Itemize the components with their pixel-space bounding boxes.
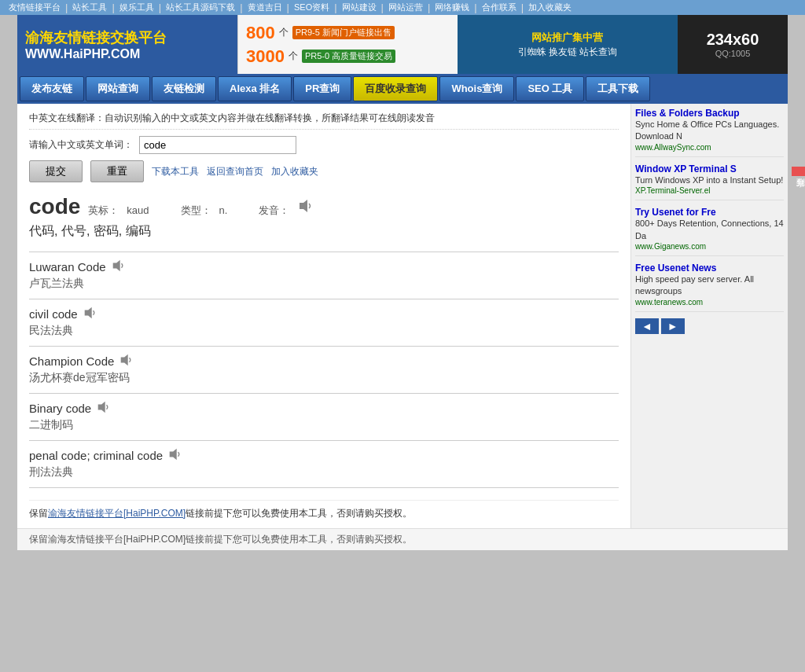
download-tool-link[interactable]: 下载本工具 [152,165,199,178]
button-row: 提交 重置 下载本工具 返回查询首页 加入收藏夹 [29,160,619,182]
sound-icon[interactable] [297,198,313,214]
stat1-num: 800 [246,23,275,43]
top-nav-link[interactable]: SEO资料 [292,2,332,13]
header-logo: 渝海友情链接交换平台 WWW.HaiPHP.COM [17,15,237,74]
header-ad: 234x60 QQ:1005 [678,15,788,74]
main-toolbar: 发布友链 网站查询 友链检测 Alexa 排名 PR查询 百度收录查询 Whoi… [17,74,788,104]
stat1-unit: 个 [279,26,289,39]
stat-row-2: 3000 个 PR5-0 高质量链接交易 [246,46,450,67]
top-nav-link[interactable]: 黄道吉日 [245,2,285,13]
toolbar-btn-7[interactable]: SEO 工具 [516,76,584,101]
top-nav-link[interactable]: 加入收藏夹 [526,2,574,13]
phrase-zh-text: 二进制码 [29,418,619,432]
result-header: code 英标： kaud 类型： n. 发音： [29,194,619,219]
phrases-container: Luwaran Code卢瓦兰法典civil code民法法典Champion … [29,259,619,488]
toolbar-btn-8[interactable]: 工具下载 [586,76,650,101]
ad-desc: Sync Home & Office PCs Languages. Downlo… [635,119,784,143]
return-home-link[interactable]: 返回查询首页 [207,165,263,178]
toolbar-btn-2[interactable]: 友链检测 [152,76,216,101]
phrase-sound-icon[interactable] [167,447,182,464]
reset-button[interactable]: 重置 [90,160,144,182]
share-button[interactable]: 分享到 [792,167,805,176]
ad-desc: 800+ Days Retention, Connections, 14 Da [635,218,784,242]
footer-link[interactable]: 渝海友情链接平台[HaiPHP.COM] [48,508,186,519]
promo-sub1: 引蜘蛛 换友链 站长查询 [518,45,618,59]
sidebar: Files & Folders BackupSync Home & Office… [630,104,788,528]
toolbar-btn-1[interactable]: 网站查询 [86,76,150,101]
top-nav-link[interactable]: 站长工具 [70,2,109,13]
svg-marker-0 [300,200,307,212]
phrase-sound-icon[interactable] [83,306,97,322]
search-input[interactable] [139,136,296,154]
phrase-zh-text: 民法法典 [29,324,619,338]
top-nav-link[interactable]: 网站建设 [340,2,379,13]
footer-note: 保留渝海友情链接平台[HaiPHP.COM]链接前提下您可以免费使用本工具，否则… [29,500,619,520]
submit-button[interactable]: 提交 [29,160,83,182]
svg-marker-1 [112,260,119,271]
phrase-entry: Binary code二进制码 [29,400,619,432]
sidebar-ad: Window XP Terminal STurn Windows XP into… [635,163,784,200]
ad-desc: High speed pay serv server. All newsgrou… [635,274,784,298]
phrase-en-text: Champion Code [29,354,114,368]
ad-url: www.AllwaySync.com [635,143,784,152]
phrase-en: Champion Code [29,353,619,369]
input-row: 请输入中文或英文单词： [29,136,619,154]
add-favorite-link[interactable]: 加入收藏夹 [271,165,318,178]
phrase-zh-text: 刑法法典 [29,465,619,479]
toolbar-btn-0[interactable]: 发布友链 [20,76,84,101]
footer-bottom: 保留渝海友情链接平台[HaiPHP.COM]链接前提下您可以免费使用本工具，否则… [17,528,788,550]
phrase-entry: Luwaran Code卢瓦兰法典 [29,259,619,291]
phrase-en: Luwaran Code [29,259,619,275]
phrase-sound-icon[interactable] [96,400,110,417]
phrase-en-text: Binary code [29,402,91,415]
top-nav-link[interactable]: 合作联系 [480,2,519,13]
ad-title[interactable]: Free Usenet News [635,263,784,274]
phonetic-label: 英标： [88,204,119,218]
header-stats: 800 个 PR9-5 新闻门户链接出售 3000 个 PR5-0 高质量链接交… [237,15,458,74]
toolbar-btn-3[interactable]: Alexa 排名 [218,76,292,101]
phonetic-value: kaud [127,204,149,216]
svg-marker-5 [170,449,177,460]
translation-desc: 中英文在线翻译：自动识别输入的中文或英文内容并做在线翻译转换，所翻译结果可在线朗… [29,112,619,130]
ad-desc: Turn Windows XP into a Instant Setup! [635,174,784,186]
phrase-entry: civil code民法法典 [29,306,619,338]
top-nav-link[interactable]: 网络赚钱 [432,2,472,13]
phrase-entry: penal code; criminal code刑法法典 [29,447,619,479]
phrase-en-text: Luwaran Code [29,260,106,274]
site-url: WWW.HaiPHP.COM [25,47,230,61]
toolbar-btn-6[interactable]: Whois查询 [439,76,514,101]
input-label: 请输入中文或英文单词： [29,138,133,152]
top-nav-link[interactable]: 站长工具源码下载 [164,2,237,13]
phrase-sound-icon[interactable] [111,259,125,275]
site-title: 渝海友情链接交换平台 [25,28,230,47]
top-nav-link[interactable]: 娱乐工具 [117,2,156,13]
stat2-badge: PR5-0 高质量链接交易 [302,50,395,63]
stat2-unit: 个 [289,50,298,63]
ad-title[interactable]: Try Usenet for Fre [635,207,784,218]
phrase-en-text: penal code; criminal code [29,449,163,462]
top-nav-link[interactable]: 友情链接平台 [6,2,63,13]
top-nav-link[interactable]: 网站运营 [386,2,425,13]
phrase-en: civil code [29,306,619,322]
svg-marker-4 [98,402,105,413]
ad-title[interactable]: Window XP Terminal S [635,163,784,174]
sound-label: 发音： [259,204,289,218]
sidebar-next-btn[interactable]: ► [661,318,685,334]
type-label: 类型： [181,204,211,218]
phrase-sound-icon[interactable] [119,353,133,369]
stat2-num: 3000 [246,46,285,67]
toolbar-btn-5[interactable]: 百度收录查询 [353,76,438,101]
sidebar-ad: Try Usenet for Fre800+ Days Retention, C… [635,207,784,256]
ad-title[interactable]: Files & Folders Backup [635,108,784,119]
ad-url: www.Giganews.com [635,242,784,251]
header-promo: 网站推广集中营 引蜘蛛 换友链 站长查询 [458,15,678,74]
sidebar-prev-btn[interactable]: ◄ [635,318,659,334]
sidebar-ads: Files & Folders BackupSync Home & Office… [635,108,784,312]
header-banner: 渝海友情链接交换平台 WWW.HaiPHP.COM 800 个 PR9-5 新闻… [17,15,788,74]
svg-marker-2 [84,307,91,318]
toolbar-btn-4[interactable]: PR查询 [293,76,351,101]
ad-url: www.teranews.com [635,298,784,307]
stat1-badge: PR9-5 新闻门户链接出售 [292,26,395,39]
phrase-en: penal code; criminal code [29,447,619,464]
phrase-zh-text: 卢瓦兰法典 [29,277,619,291]
